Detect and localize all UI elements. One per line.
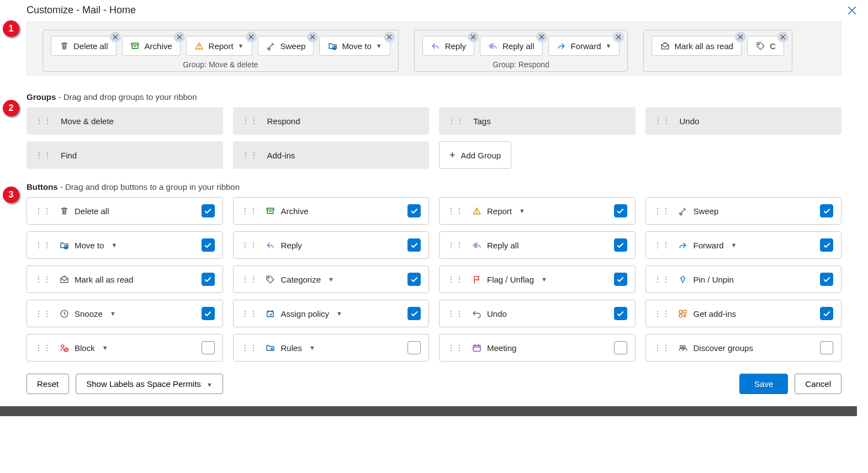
ribbon-button[interactable]: Forward▼ bbox=[548, 36, 620, 56]
ribbon-button[interactable]: Mark all as read bbox=[652, 36, 742, 56]
remove-button-icon[interactable] bbox=[307, 31, 318, 42]
checkbox[interactable] bbox=[614, 238, 627, 252]
remove-button-icon[interactable] bbox=[735, 31, 746, 42]
checkbox[interactable] bbox=[614, 341, 627, 354]
button-tile[interactable]: ⋮⋮Delete all bbox=[27, 197, 223, 225]
group-tile[interactable]: ⋮⋮Respond bbox=[233, 107, 430, 135]
drag-handle-icon[interactable]: ⋮⋮ bbox=[35, 309, 51, 318]
drag-handle-icon[interactable]: ⋮⋮ bbox=[654, 309, 670, 318]
ribbon-button[interactable]: Reply all bbox=[480, 36, 543, 56]
checkbox[interactable] bbox=[820, 273, 833, 286]
checkbox[interactable] bbox=[820, 204, 833, 217]
remove-button-icon[interactable] bbox=[777, 31, 788, 42]
checkbox[interactable] bbox=[202, 238, 215, 252]
group-tile[interactable]: ⋮⋮Find bbox=[27, 141, 223, 169]
button-tile[interactable]: ⋮⋮Reply bbox=[233, 231, 430, 259]
remove-button-icon[interactable] bbox=[536, 31, 547, 42]
drag-handle-icon[interactable]: ⋮⋮ bbox=[35, 116, 52, 125]
drag-handle-icon[interactable]: ⋮⋮ bbox=[447, 309, 464, 318]
button-tile[interactable]: ⋮⋮Forward ▼ bbox=[645, 231, 842, 259]
ribbon-button[interactable]: C bbox=[747, 36, 784, 56]
button-tile[interactable]: ⋮⋮Sweep bbox=[645, 197, 842, 225]
checkbox[interactable] bbox=[407, 273, 421, 286]
ribbon-button[interactable]: Delete all bbox=[51, 36, 117, 56]
button-tile[interactable]: ⋮⋮Rules ▼ bbox=[233, 334, 430, 362]
checkbox[interactable] bbox=[820, 238, 833, 252]
drag-handle-icon[interactable]: ⋮⋮ bbox=[654, 116, 671, 125]
cancel-button[interactable]: Cancel bbox=[795, 374, 841, 394]
drag-handle-icon[interactable]: ⋮⋮ bbox=[241, 275, 258, 284]
button-tile[interactable]: ⋮⋮Archive bbox=[233, 197, 430, 225]
drag-handle-icon[interactable]: ⋮⋮ bbox=[242, 116, 258, 125]
ribbon-button[interactable]: Move to▼ bbox=[319, 36, 390, 56]
drag-handle-icon[interactable]: ⋮⋮ bbox=[35, 241, 51, 249]
checkbox[interactable] bbox=[407, 307, 421, 320]
button-tile[interactable]: ⋮⋮Reply all bbox=[439, 231, 636, 259]
drag-handle-icon[interactable]: ⋮⋮ bbox=[241, 206, 258, 215]
ribbon-scroll[interactable]: Delete allArchiveReport▼SweepMove to▼Gro… bbox=[27, 22, 841, 75]
remove-button-icon[interactable] bbox=[246, 31, 257, 42]
remove-button-icon[interactable] bbox=[468, 31, 479, 42]
drag-handle-icon[interactable]: ⋮⋮ bbox=[241, 343, 258, 352]
group-tile[interactable]: ⋮⋮Undo bbox=[645, 107, 842, 135]
ribbon-button[interactable]: Report▼ bbox=[186, 36, 252, 56]
button-tile[interactable]: ⋮⋮Move to ▼ bbox=[27, 231, 223, 259]
drag-handle-icon[interactable]: ⋮⋮ bbox=[242, 151, 258, 160]
button-tile[interactable]: ⋮⋮Flag / Unflag ▼ bbox=[439, 265, 636, 293]
group-tile[interactable]: ⋮⋮Tags bbox=[439, 107, 636, 135]
group-tile[interactable]: ⋮⋮Add-ins bbox=[233, 141, 430, 169]
checkbox[interactable] bbox=[202, 341, 215, 354]
drag-handle-icon[interactable]: ⋮⋮ bbox=[654, 275, 670, 284]
button-tile[interactable]: ⋮⋮Assign policy ▼ bbox=[233, 300, 430, 327]
remove-button-icon[interactable] bbox=[110, 31, 121, 42]
drag-handle-icon[interactable]: ⋮⋮ bbox=[241, 309, 258, 318]
button-tile[interactable]: ⋮⋮Snooze ▼ bbox=[27, 300, 223, 327]
ribbon-button[interactable]: Sweep bbox=[258, 36, 314, 56]
drag-handle-icon[interactable]: ⋮⋮ bbox=[654, 343, 670, 352]
checkbox[interactable] bbox=[614, 204, 627, 217]
drag-handle-icon[interactable]: ⋮⋮ bbox=[447, 206, 464, 215]
remove-button-icon[interactable] bbox=[384, 31, 395, 42]
drag-handle-icon[interactable]: ⋮⋮ bbox=[241, 241, 258, 249]
show-labels-dropdown[interactable]: Show Labels as Space Permits ▼ bbox=[76, 374, 223, 394]
drag-handle-icon[interactable]: ⋮⋮ bbox=[447, 343, 464, 352]
remove-button-icon[interactable] bbox=[174, 31, 185, 42]
button-tile[interactable]: ⋮⋮Block ▼ bbox=[27, 334, 223, 362]
checkbox[interactable] bbox=[407, 341, 421, 354]
checkbox[interactable] bbox=[202, 273, 215, 286]
drag-handle-icon[interactable]: ⋮⋮ bbox=[447, 275, 464, 284]
button-tile[interactable]: ⋮⋮Mark all as read bbox=[27, 265, 223, 293]
remove-button-icon[interactable] bbox=[613, 31, 624, 42]
reset-button[interactable]: Reset bbox=[27, 374, 69, 394]
button-tile[interactable]: ⋮⋮Undo bbox=[439, 300, 636, 327]
drag-handle-icon[interactable]: ⋮⋮ bbox=[447, 241, 464, 249]
svg-rect-3 bbox=[267, 208, 274, 210]
drag-handle-icon[interactable]: ⋮⋮ bbox=[35, 151, 52, 160]
drag-handle-icon[interactable]: ⋮⋮ bbox=[35, 343, 51, 352]
checkbox[interactable] bbox=[407, 238, 421, 252]
checkbox[interactable] bbox=[202, 307, 215, 320]
drag-handle-icon[interactable]: ⋮⋮ bbox=[35, 206, 51, 215]
drag-handle-icon[interactable]: ⋮⋮ bbox=[654, 206, 670, 215]
button-tile[interactable]: ⋮⋮Get add-ins bbox=[645, 300, 842, 327]
checkbox[interactable] bbox=[820, 307, 833, 320]
button-tile[interactable]: ⋮⋮Discover groups bbox=[645, 334, 842, 362]
button-tile[interactable]: ⋮⋮Categorize ▼ bbox=[233, 265, 430, 293]
button-tile[interactable]: ⋮⋮Report ▼ bbox=[439, 197, 636, 225]
drag-handle-icon[interactable]: ⋮⋮ bbox=[448, 116, 464, 125]
add-group-button[interactable]: +Add Group bbox=[439, 141, 511, 169]
button-tile[interactable]: ⋮⋮Meeting bbox=[439, 334, 636, 362]
save-button[interactable]: Save bbox=[739, 374, 788, 394]
checkbox[interactable] bbox=[202, 204, 215, 217]
drag-handle-icon[interactable]: ⋮⋮ bbox=[35, 275, 51, 284]
checkbox[interactable] bbox=[820, 341, 833, 354]
group-tile[interactable]: ⋮⋮Move & delete bbox=[27, 107, 223, 135]
checkbox[interactable] bbox=[614, 273, 627, 286]
close-icon[interactable] bbox=[847, 6, 857, 15]
checkbox[interactable] bbox=[614, 307, 627, 320]
drag-handle-icon[interactable]: ⋮⋮ bbox=[654, 241, 670, 249]
button-tile[interactable]: ⋮⋮Pin / Unpin bbox=[645, 265, 842, 293]
checkbox[interactable] bbox=[407, 204, 421, 217]
ribbon-button[interactable]: Reply bbox=[422, 36, 474, 56]
ribbon-button[interactable]: Archive bbox=[122, 36, 181, 56]
